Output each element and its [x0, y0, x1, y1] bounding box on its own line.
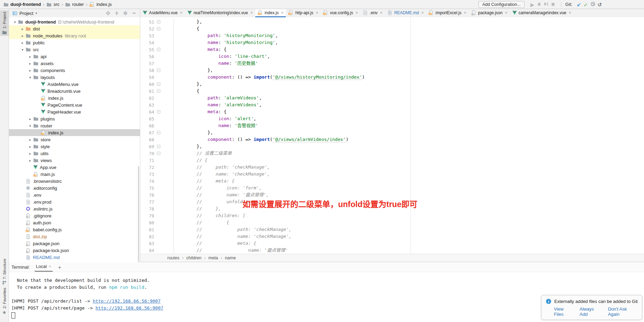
tree-item-pagecontent-vue[interactable]: PageContent.vue [9, 101, 140, 108]
debug-icon[interactable] [536, 1, 543, 8]
tree-item-public[interactable]: ▸public [9, 39, 140, 46]
close-icon[interactable]: × [505, 10, 508, 15]
fold-icon[interactable] [157, 82, 160, 86]
fold-icon[interactable] [157, 131, 160, 134]
notification-action-view-files[interactable]: View Files [554, 306, 573, 317]
tree-expand-icon[interactable]: ▸ [19, 34, 26, 38]
tree-item-index-js[interactable]: JSindex.js [9, 95, 140, 101]
editor-breadcrumb-name[interactable]: name [225, 256, 236, 260]
tree-item-browserslistrc[interactable]: .browserslistrc [9, 178, 140, 185]
breadcrumb-item-src[interactable]: src [46, 2, 59, 7]
fold-icon[interactable] [157, 69, 160, 72]
stop-icon[interactable] [550, 1, 557, 8]
tree-item-env[interactable]: .env [9, 191, 140, 198]
close-icon[interactable]: × [250, 10, 253, 15]
tree-item-env-prod[interactable]: .env.prod [9, 198, 140, 205]
close-icon[interactable]: × [380, 10, 382, 15]
tree-item-gitignore[interactable]: .gitignore [9, 212, 140, 219]
tree-expand-icon[interactable]: ▸ [27, 152, 33, 155]
tree-item-duoji-frontend[interactable]: ▾duoji-frontendD:\zheheWeb\duoji-fronten… [9, 18, 140, 25]
commit-icon[interactable]: ✓ [582, 1, 589, 8]
rollback-icon[interactable]: ↺ [596, 1, 603, 8]
history-icon[interactable] [589, 1, 596, 8]
tree-item-views[interactable]: ▸views [9, 157, 140, 164]
tree-expand-icon[interactable]: ▸ [19, 27, 26, 31]
tree-expand-icon[interactable]: ▾ [12, 20, 18, 24]
tree-item-layouts[interactable]: ▾layouts [9, 74, 140, 81]
tree-expand-icon[interactable]: ▾ [19, 48, 26, 52]
tree-expand-icon[interactable]: ▸ [27, 159, 33, 162]
tree-expand-icon[interactable]: ▸ [27, 145, 33, 149]
terminal-tab-local[interactable]: Local× [35, 262, 53, 272]
stripe-button-2-favorites[interactable]: 2: Favorites★ [0, 286, 9, 316]
close-icon[interactable]: × [180, 10, 183, 15]
editor-tab-env[interactable]: .env× [360, 9, 385, 17]
tree-item-style[interactable]: ▸style [9, 143, 140, 150]
tree-item-breadcrumb-vue[interactable]: Breadcrumb.vue [9, 88, 140, 95]
stripe-button-7-structure[interactable]: 7: Structure [0, 257, 9, 286]
close-icon[interactable]: × [281, 10, 283, 15]
editor-tab-asidemenu-vue[interactable]: AsideMenu.vue× [140, 9, 185, 17]
breadcrumb-item-index-js[interactable]: JSindex.js [89, 2, 112, 7]
tree-item-babel-config-js[interactable]: JSbabel.config.js [9, 226, 140, 233]
tree-item-components[interactable]: ▸components [9, 67, 140, 74]
editor-tab-http-api-js[interactable]: JShttp-api.js× [286, 9, 320, 17]
tree-item-readme-md[interactable]: README.md [9, 254, 140, 261]
run-icon[interactable]: ▶ [529, 1, 536, 8]
editor-breadcrumb-meta[interactable]: meta [209, 256, 218, 260]
close-icon[interactable]: × [49, 264, 51, 269]
tree-expand-icon[interactable]: ▾ [27, 124, 33, 128]
tree-item-main-js[interactable]: JSmain.js [9, 171, 140, 178]
coverage-icon[interactable] [543, 1, 550, 8]
tree-item-api[interactable]: ▸api [9, 53, 140, 60]
tree-expand-icon[interactable]: ▸ [27, 55, 33, 59]
fold-icon[interactable] [157, 145, 160, 148]
close-icon[interactable]: × [316, 10, 318, 15]
close-icon[interactable]: × [464, 10, 466, 15]
fold-icon[interactable] [157, 89, 160, 93]
editor-tab-vue-config-js[interactable]: JSvue.config.js× [320, 9, 360, 17]
tree-item-plugins[interactable]: ▸plugins [9, 115, 140, 122]
tree-item-router[interactable]: ▾router [9, 122, 140, 129]
tree-item-utils[interactable]: ▸utils [9, 150, 140, 157]
editor-tab-cameramanage-index-vue[interactable]: cameraManage\index.vue× [510, 9, 574, 17]
editor-tab-package-json[interactable]: {}package.json× [469, 9, 510, 17]
fold-icon[interactable] [157, 110, 160, 114]
terminal-link[interactable]: http://192.168.66.56:9007 [93, 298, 161, 304]
project-panel-title[interactable]: Project [19, 11, 33, 16]
stripe-button-1-project[interactable]: 1: Project [0, 10, 9, 36]
tree-item-editorconfig[interactable]: .editorconfig [9, 185, 140, 191]
tree-item-src[interactable]: ▾src [9, 46, 140, 53]
tree-item-dist[interactable]: ▸dist [9, 25, 140, 32]
tree-item-asidemenu-vue[interactable]: AsideMenu.vue [9, 81, 140, 88]
fold-icon[interactable] [157, 48, 160, 51]
tree-item-store[interactable]: ▸store [9, 136, 140, 143]
tree-expand-icon[interactable]: ▾ [27, 75, 33, 79]
gear-icon[interactable] [123, 11, 128, 16]
tree-item-package-json[interactable]: {}package.json [9, 240, 140, 247]
target-icon[interactable] [106, 11, 111, 16]
editor-tab-importexcel-js[interactable]: JSimportExcel.js× [426, 9, 469, 17]
editor-tab-readme-md[interactable]: README.md× [385, 9, 426, 17]
fold-icon[interactable] [157, 152, 160, 155]
editor-tab-index-js[interactable]: JSindex.js× [255, 9, 286, 17]
close-icon[interactable]: × [355, 10, 358, 15]
tree-item-dist-zip[interactable]: dist.zip [9, 233, 140, 240]
editor-tab-realtimemonitoring-index-vue[interactable]: realTimeMonitoring\index.vue× [185, 9, 255, 17]
terminal-link[interactable]: http://192.168.66.56:9007 [96, 305, 164, 311]
tree-scrollbar[interactable] [138, 166, 139, 262]
tree-item-eslintrc-js[interactable]: .eslintrc.js [9, 205, 140, 212]
collapse-icon[interactable] [114, 11, 119, 16]
chevron-down-icon[interactable]: ▾ [35, 12, 37, 15]
breadcrumb-item-router[interactable]: router [65, 2, 84, 7]
fold-icon[interactable] [157, 27, 160, 30]
minus-icon[interactable] [132, 11, 136, 16]
tree-item-index-js[interactable]: JSindex.js [9, 129, 140, 136]
update-icon[interactable]: ↙ [575, 1, 582, 8]
code-editor[interactable]: 51 },52 {53 path: 'historyMonitoring',54… [140, 17, 644, 254]
close-icon[interactable]: × [569, 10, 571, 15]
tree-item-package-lock-json[interactable]: {}package-lock.json [9, 247, 140, 254]
tree-item-auth-json[interactable]: {}auth.json [9, 219, 140, 226]
tree-expand-icon[interactable]: ▸ [27, 69, 33, 72]
tree-expand-icon[interactable]: ▸ [27, 62, 33, 65]
